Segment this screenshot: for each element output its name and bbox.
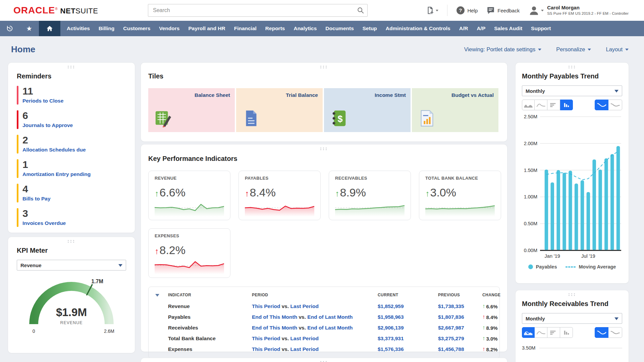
col-header-change: CHANGE <box>482 293 500 297</box>
drag-handle[interactable] <box>320 66 328 68</box>
reminder-allocation-schedules[interactable]: 2 Allocation Schedules due <box>17 135 126 154</box>
kpi-card-row: REVENUE ↑6.6% PAYABLES ↑8.4% RECEIVABLES… <box>148 171 500 220</box>
drag-handle[interactable] <box>68 66 75 68</box>
moving-average-on-button[interactable] <box>595 327 608 338</box>
caret-down-icon <box>614 317 619 322</box>
reminder-label[interactable]: Journals to Approve <box>22 122 73 128</box>
nav-item-vendors[interactable]: Vendors <box>155 25 184 32</box>
reminder-label[interactable]: Amortization Entry pending <box>22 171 91 177</box>
tile-budget-vs-actual[interactable]: Budget vs Actual <box>412 88 498 132</box>
drag-handle[interactable] <box>569 66 576 68</box>
kpi-card-label: TOTAL BANK BALANCE <box>425 176 495 181</box>
reminder-label[interactable]: Bills to Pay <box>22 196 51 202</box>
status-bar <box>17 184 18 202</box>
home-tab[interactable] <box>39 21 60 36</box>
oracle-netsuite-logo[interactable]: ORACLE ® NET SUITE <box>13 5 98 16</box>
tile-label: Balance Sheet <box>195 92 230 98</box>
reminder-periods-to-close[interactable]: 11 Periods to Close <box>17 86 126 105</box>
previous-value[interactable]: $2,667,987 <box>438 325 482 331</box>
tile-balance-sheet[interactable]: Balance Sheet <box>148 88 235 132</box>
nav-item-admin-controls[interactable]: Administration & Controls <box>381 25 455 32</box>
moving-average-off-button[interactable] <box>608 100 622 110</box>
chart-hbar-button[interactable] <box>547 327 560 338</box>
status-bar <box>17 135 18 154</box>
nav-item-ar[interactable]: A/R <box>455 25 473 32</box>
chart-vbar-button[interactable] <box>560 327 573 338</box>
period-link[interactable]: Last Period <box>290 336 319 341</box>
reminder-invoices-overdue[interactable]: 3 Invoices Overdue <box>17 208 126 227</box>
chart-hbar-button[interactable] <box>547 100 560 110</box>
current-value[interactable]: $1,852,959 <box>378 303 438 309</box>
period-link[interactable]: Last Period <box>290 303 319 309</box>
tile-label: Trial Balance <box>286 92 318 98</box>
previous-value[interactable]: $3,275,279 <box>438 336 482 342</box>
period-link[interactable]: This Period <box>252 336 280 341</box>
moving-average-on-button[interactable] <box>595 100 608 110</box>
chart-line-button[interactable] <box>535 327 547 338</box>
previous-value[interactable]: $1,456,788 <box>438 346 482 352</box>
kpi-card-row: EXPENSES ↑8.2% <box>148 228 500 278</box>
nav-item-analytics[interactable]: Analytics <box>289 25 321 32</box>
nav-item-setup[interactable]: Setup <box>358 25 381 32</box>
period-link[interactable]: Last Period <box>290 346 319 352</box>
receivables-range-select[interactable]: Monthly <box>522 313 622 324</box>
nav-item-documents[interactable]: Documents <box>321 25 358 32</box>
nav-item-payroll-hr[interactable]: Payroll and HR <box>184 25 229 32</box>
chart-vbar-button-selected[interactable] <box>560 100 573 110</box>
previous-value[interactable]: $1,807,836 <box>438 314 482 320</box>
nav-item-reports[interactable]: Reports <box>261 25 289 32</box>
reminder-label[interactable]: Periods to Close <box>22 98 63 104</box>
reminder-bills-to-pay[interactable]: 4 Bills to Pay <box>17 184 126 202</box>
payables-range-select[interactable]: Monthly <box>522 85 622 96</box>
recent-records-button[interactable] <box>0 21 19 36</box>
period-link[interactable]: This Period <box>252 346 280 352</box>
nav-item-sales-audit[interactable]: Sales Audit <box>490 25 527 32</box>
nav-item-activities[interactable]: Activities <box>62 25 94 32</box>
nav-item-financial[interactable]: Financial <box>230 25 261 32</box>
period-link[interactable]: End of This Month <box>252 325 297 330</box>
layout-dropdown[interactable]: Layout <box>606 46 629 53</box>
drag-handle[interactable] <box>569 293 576 296</box>
svg-text:2.00M: 2.00M <box>524 141 537 146</box>
reminder-label[interactable]: Invoices Overdue <box>22 220 66 226</box>
kpi-card-label: PAYABLES <box>245 176 314 181</box>
reminder-count: 1 <box>22 159 91 170</box>
period-link[interactable]: End of This Month <box>252 314 297 320</box>
reminder-amortization-entry[interactable]: 1 Amortization Entry pending <box>17 159 126 178</box>
nav-item-customers[interactable]: Customers <box>119 25 155 32</box>
drag-handle[interactable] <box>320 147 328 150</box>
drag-handle[interactable] <box>68 240 75 243</box>
quick-add-menu[interactable] <box>426 6 438 15</box>
search-input[interactable] <box>148 4 368 17</box>
period-link[interactable]: End of Last Month <box>307 314 353 320</box>
help-button[interactable]: ? Help <box>456 6 478 15</box>
chart-area-button-selected[interactable] <box>522 327 535 338</box>
current-value[interactable]: $1,958,963 <box>378 314 438 320</box>
user-menu[interactable]: Carol Morgan SS Pure FF EM US 2019.2 - F… <box>528 5 629 16</box>
current-value[interactable]: $1,576,336 <box>378 346 438 352</box>
kpi-meter-select[interactable]: Revenue <box>17 260 126 270</box>
search-icon[interactable] <box>357 7 364 14</box>
chart-line-button[interactable] <box>535 100 547 110</box>
personalize-dropdown[interactable]: Personalize <box>556 46 591 53</box>
period-link[interactable]: End of Last Month <box>307 325 353 330</box>
tile-income-stmt[interactable]: Income Stmt $ <box>324 88 411 132</box>
period-link[interactable]: This Period <box>252 303 280 309</box>
nav-item-support[interactable]: Support <box>527 25 555 32</box>
viewing-dropdown[interactable]: Viewing: Portlet date settings <box>464 46 542 53</box>
nav-item-billing[interactable]: Billing <box>94 25 119 32</box>
reminder-count: 2 <box>22 135 86 145</box>
user-info: Carol Morgan SS Pure FF EM US 2019.2 - F… <box>547 5 629 16</box>
current-value[interactable]: $3,373,931 <box>378 336 438 342</box>
chart-area-button[interactable] <box>522 100 535 110</box>
previous-value[interactable]: $1,738,335 <box>438 303 482 309</box>
moving-average-off-button[interactable] <box>608 327 622 338</box>
shortcuts-button[interactable]: ★ <box>19 21 39 36</box>
reminder-label[interactable]: Allocation Schedules due <box>22 147 86 153</box>
filter-caret-icon[interactable] <box>155 294 159 299</box>
reminder-journals-to-approve[interactable]: 6 Journals to Approve <box>17 110 126 129</box>
current-value[interactable]: $2,906,139 <box>378 325 438 331</box>
tile-trial-balance[interactable]: Trial Balance <box>236 88 323 132</box>
feedback-button[interactable]: Feedback <box>486 6 520 15</box>
nav-item-ap[interactable]: A/P <box>472 25 490 32</box>
